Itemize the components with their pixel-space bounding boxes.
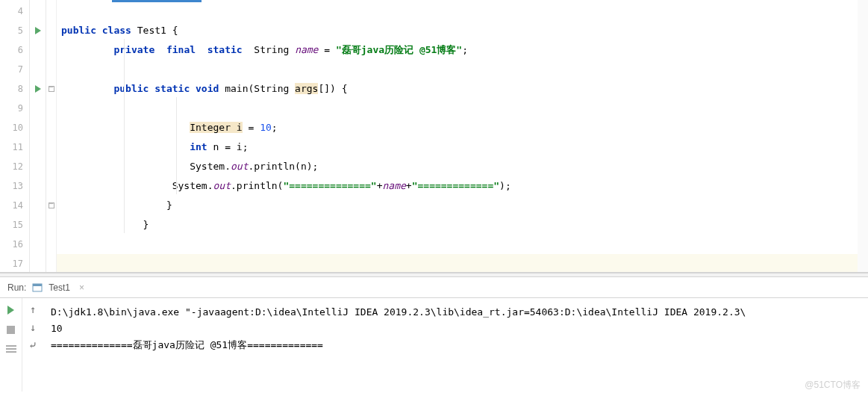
run-label: Run: — [7, 282, 26, 293]
code-line: public static void main(String args[]) { — [57, 79, 868, 99]
close-tab-icon[interactable]: × — [79, 282, 84, 293]
code-line: } — [57, 196, 868, 215]
fold-gutter — [46, 0, 57, 272]
code-editor[interactable]: 4 5 6 7 8 9 10 11 12 13 14 15 16 17 publ… — [0, 0, 868, 273]
watermark: @51CTO博客 — [805, 379, 861, 392]
run-gutter — [30, 0, 46, 272]
code-line: Integer i = 10; — [57, 118, 868, 137]
stop-button[interactable] — [4, 322, 19, 337]
code-line — [57, 99, 868, 118]
scroll-down-icon[interactable]: ↓ — [26, 321, 40, 334]
console-output[interactable]: D:\jdk1.8\bin\java.exe "-javaagent:D:\id… — [43, 298, 868, 392]
run-panel-header: Run: Test1 × — [0, 277, 868, 298]
console-controls: ↑ ↓ ⤶ — [22, 298, 43, 392]
run-toolbar — [0, 298, 22, 392]
console-line: 10 — [51, 321, 861, 337]
run-config-icon — [32, 282, 43, 293]
run-tab-name[interactable]: Test1 — [49, 282, 70, 293]
console-line: D:\jdk1.8\bin\java.exe "-javaagent:D:\id… — [51, 304, 861, 321]
code-line — [57, 254, 868, 273]
scroll-up-icon[interactable]: ↑ — [26, 303, 40, 316]
code-line: int n = i; — [57, 137, 868, 157]
more-button[interactable] — [4, 341, 19, 356]
vertical-scrollbar[interactable] — [858, 0, 868, 272]
fold-icon[interactable] — [46, 196, 56, 215]
code-line: System.out.println(n); — [57, 157, 868, 176]
rerun-button[interactable] — [4, 303, 19, 318]
code-line — [57, 1, 868, 21]
console-line: ==============磊哥java历险记 @51博客===========… — [51, 337, 861, 353]
code-line — [57, 60, 868, 79]
run-line-icon[interactable] — [30, 79, 46, 99]
line-number-gutter: 4 5 6 7 8 9 10 11 12 13 14 15 16 17 — [0, 0, 30, 272]
run-panel-body: ↑ ↓ ⤶ D:\jdk1.8\bin\java.exe "-javaagent… — [0, 298, 868, 392]
code-line: private final static String name = "磊哥ja… — [57, 40, 868, 60]
code-content[interactable]: public class Test1 { private final stati… — [57, 0, 868, 272]
run-line-icon[interactable] — [30, 21, 46, 40]
fold-icon[interactable] — [46, 79, 56, 99]
code-line: public class Test1 { — [57, 21, 868, 40]
soft-wrap-icon[interactable]: ⤶ — [26, 338, 40, 352]
code-line — [57, 235, 868, 254]
code-line: System.out.println("=============="+name… — [57, 176, 868, 196]
code-line: } — [57, 215, 868, 235]
svg-rect-1 — [33, 284, 42, 286]
